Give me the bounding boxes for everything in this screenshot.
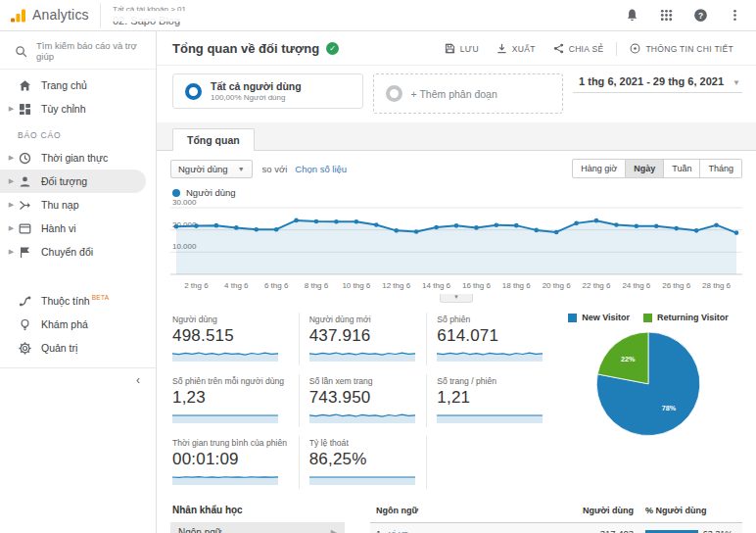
granularity-option[interactable]: Hàng giờ [572,159,626,178]
sidebar-section-label: BÁO CÁO [0,121,156,146]
expand-caret-icon: ▶ [6,201,17,209]
date-range-label: 1 thg 6, 2021 - 29 thg 6, 2021 [579,75,724,87]
metric-card[interactable]: Thời gian trung bình của phiên00:01:09 [170,436,299,489]
chevron-right-icon: ▶ [331,528,337,533]
search-icon [15,45,27,58]
svg-text:24 thg 6: 24 thg 6 [622,281,650,290]
granularity-option[interactable]: Tháng [700,159,742,178]
overview-card: Người dùng ▼ so với Chọn số liệu Hàng gi… [157,151,756,533]
sidebar-item-label: Thuộc tính [41,295,90,307]
sidebar-item-behavior[interactable]: ▶Hành vi [0,217,146,240]
sidebar-search[interactable]: Tìm kiếm báo cáo và trợ giúp [0,33,156,70]
demographics-item[interactable]: Ngôn ngữ▶ [170,522,345,533]
add-segment-button[interactable]: + Thêm phân đoạn [373,73,564,114]
insights-icon [630,43,640,54]
tab-strip: Tổng quan [157,122,756,151]
metric-sparkline [309,470,415,485]
metric-label: Thời gian trung bình của phiên [172,438,289,448]
sidebar-item-audience[interactable]: ▶Đối tượng [0,170,146,193]
account-switcher[interactable]: Tất cả tài khoản > 01 02. Sapo Blog [100,3,318,28]
topbar-icons: ? [625,8,742,23]
table-header[interactable]: % Người dùng [639,501,742,523]
sidebar-item-attribution[interactable]: Thuộc tínhBETA [0,289,146,313]
svg-text:8 thg 6: 8 thg 6 [305,281,329,290]
svg-text:12 thg 6: 12 thg 6 [382,281,410,290]
analytics-brand[interactable]: Analytics [10,8,94,24]
metric-label: Số trang / phiên [437,376,544,386]
sidebar-item-home[interactable]: Trang chủ [0,73,146,97]
expand-caret-icon: ▶ [6,105,17,113]
metric-value: 437.916 [309,326,417,346]
attribution-icon [19,295,31,308]
users-line-chart[interactable]: 10.00020.00030.0002 thg 64 thg 66 thg 68… [170,200,742,292]
metric-value: 1,21 [437,388,544,408]
sidebar-item-acquisition[interactable]: ▶Thu nạp [0,193,146,217]
table-header[interactable]: Ngôn ngữ [370,501,563,523]
conversions-icon [19,246,31,259]
language-table: Ngôn ngữNgười dùng% Người dùng 1.vi-vn31… [370,501,742,533]
metric-sparkline [437,347,543,362]
report-header: Tổng quan về đối tượng ✓ LƯUXUẤTCHIA SẺT… [157,31,756,66]
save-button[interactable]: LƯU [436,39,488,58]
expand-caret-icon: ▶ [6,154,17,162]
table-header[interactable]: Người dùng [563,501,639,523]
sidebar-footer-nav: Thuộc tínhBETAKhám pháQuản trị [0,289,156,360]
date-range-picker[interactable]: 1 thg 6, 2021 - 29 thg 6, 2021 ▼ [573,73,742,93]
export-button[interactable]: XUẤT [488,39,544,58]
sidebar-item-realtime[interactable]: ▶Thời gian thực [0,146,146,170]
sidebar-item-admin[interactable]: Quản trị [0,336,146,360]
metric-select-dropdown[interactable]: Người dùng ▼ [170,160,253,178]
segment-all-users[interactable]: Tất cả người dùng 100,00% Người dùng [172,73,363,109]
chart-expander-button[interactable]: ▼ [440,294,473,303]
visitor-pie-chart[interactable]: 78%22% [589,328,708,438]
metric-value: 743.950 [309,388,417,408]
vs-label: so với [262,164,288,174]
granularity-buttons: Hàng giờNgàyTuầnTháng [572,159,742,178]
svg-text:20 thg 6: 20 thg 6 [543,281,571,290]
acquisition-icon [19,199,31,212]
help-button[interactable]: ? [693,8,708,23]
more-button[interactable] [728,8,742,23]
sidebar-nav: Trang chủ▶Tùy chỉnhBÁO CÁO▶Thời gian thự… [0,73,156,264]
metrics-grid: Người dùng498.515Người dùng mới437.916Số… [170,313,554,489]
language-link[interactable]: vi-vn [389,528,408,533]
select-metric-link[interactable]: Chọn số liệu [295,164,347,174]
metric-card[interactable]: Số lần xem trang743.950 [299,374,427,427]
behavior-icon [19,222,31,235]
search-placeholder: Tìm kiếm báo cáo và trợ giúp [36,40,146,62]
share-icon [553,43,564,54]
metric-sparkline [172,470,278,485]
beta-badge: BETA [92,294,110,301]
sidebar-item-label: Quản trị [41,342,77,354]
pie-legend-item[interactable]: Returning Visitor [643,313,729,322]
svg-text:?: ? [698,11,703,21]
tab-overview[interactable]: Tổng quan [172,128,255,151]
legend-swatch-icon [568,314,577,322]
metric-card[interactable]: Người dùng mới437.916 [299,313,427,365]
legend-label: Người dùng [186,187,236,198]
collapse-sidebar-button[interactable]: ‹ [0,367,156,392]
chart-legend: Người dùng [172,187,742,198]
metric-card[interactable]: Số phiên trên mỗi người dùng1,23 [170,374,299,427]
sidebar-item-discover[interactable]: Khám phá [0,313,146,336]
action-label: THÔNG TIN CHI TIẾT [645,44,733,54]
legend-swatch-icon [643,314,652,322]
metric-card[interactable]: Tỷ lệ thoát86,25% [299,436,427,489]
action-label: CHIA SẺ [569,44,604,54]
pie-legend-item[interactable]: New Visitor [568,313,630,322]
insights-button[interactable]: THÔNG TIN CHI TIẾT [621,39,742,58]
users-count: 317.403 [563,523,639,533]
sidebar-item-label: Trang chủ [41,79,87,91]
sidebar-item-customization[interactable]: ▶Tùy chỉnh [0,97,146,121]
metric-card[interactable]: Số trang / phiên1,21 [426,374,554,427]
apps-button[interactable] [659,8,674,23]
sidebar-item-conversions[interactable]: ▶Chuyển đổi [0,240,146,264]
metric-card[interactable]: Người dùng498.515 [170,313,299,365]
metric-card[interactable]: Số phiên614.071 [426,313,554,365]
action-label: XUẤT [512,44,536,54]
svg-text:6 thg 6: 6 thg 6 [264,281,289,290]
granularity-selected[interactable]: Ngày [626,159,664,178]
notifications-button[interactable] [625,8,639,23]
granularity-option[interactable]: Tuần [664,159,700,178]
share-button[interactable]: CHIA SẺ [544,39,613,58]
